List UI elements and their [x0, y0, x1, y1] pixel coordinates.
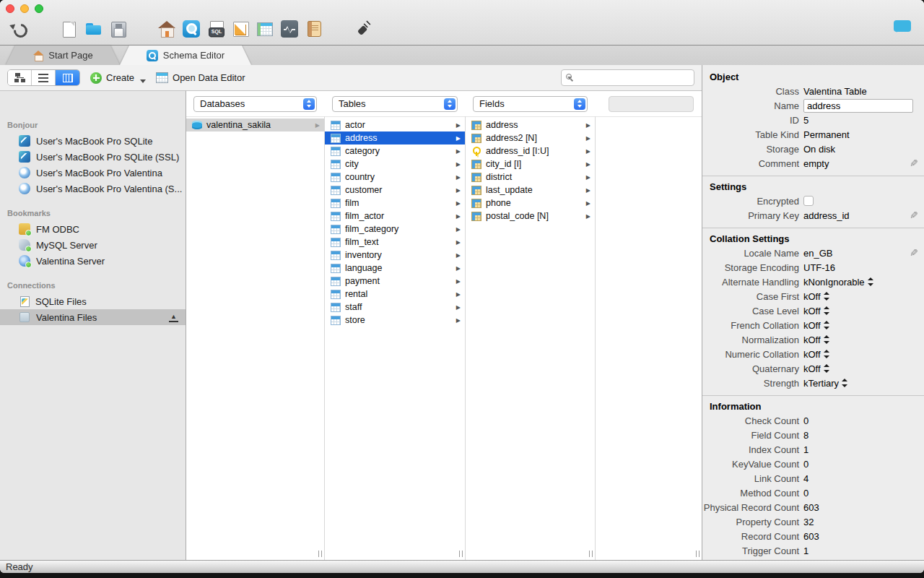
field-row[interactable]: district ▶	[466, 171, 595, 184]
sidebar-item[interactable]: SQLite Files	[0, 293, 186, 309]
close-window-button[interactable]	[6, 4, 14, 13]
sidebar-item[interactable]: FM ODBC	[0, 221, 186, 237]
table-row[interactable]: staff ▶	[325, 301, 465, 314]
sidebar-item[interactable]: MySQL Server	[0, 237, 186, 253]
table-row[interactable]: film_actor ▶	[325, 210, 465, 223]
toolbar-button[interactable]	[32, 18, 56, 40]
table-row[interactable]: address ▶	[325, 131, 465, 144]
property-text: Valentina Table	[803, 86, 867, 97]
encrypted-checkbox[interactable]	[803, 196, 814, 206]
field-row[interactable]: city_id [I] ▶	[466, 158, 595, 171]
stepper-icon[interactable]	[824, 335, 829, 344]
field-row[interactable]: address2 [N] ▶	[466, 131, 595, 144]
toolbar-button[interactable]	[56, 18, 81, 40]
table-row[interactable]: film ▶	[325, 197, 465, 210]
toolbar-button[interactable]	[277, 18, 302, 40]
pencil-icon[interactable]: ✎	[910, 247, 918, 259]
sidebar-item[interactable]: Valentina Server	[0, 253, 186, 269]
stepper-icon[interactable]	[824, 292, 829, 301]
eject-icon[interactable]: ▲	[169, 313, 178, 322]
toolbar-button[interactable]	[81, 18, 105, 40]
table-row[interactable]: store ▶	[325, 314, 465, 327]
table-row[interactable]: film_text ▶	[325, 236, 465, 249]
toolbar-button[interactable]	[326, 18, 351, 40]
chevron-right-icon: ▶	[456, 213, 461, 220]
chevron-right-icon: ▶	[456, 252, 461, 259]
field-row[interactable]: address_id [I:U] ▶	[466, 144, 595, 158]
table-name: rental	[345, 289, 367, 299]
toolbar-button[interactable]	[105, 18, 130, 40]
field-row[interactable]: postal_code [N] ▶	[466, 210, 595, 223]
table-row[interactable]: language ▶	[325, 262, 465, 275]
chat-bubble-icon[interactable]	[894, 20, 911, 32]
minimize-window-button[interactable]	[20, 4, 29, 13]
tree-view-button[interactable]	[8, 70, 32, 85]
chevron-right-icon: ▶	[586, 213, 590, 220]
pencil-icon[interactable]: ✎	[910, 210, 918, 221]
toolbar-button[interactable]	[179, 18, 204, 40]
stepper-icon[interactable]	[824, 306, 829, 315]
fields-filter-select[interactable]: Fields	[473, 96, 588, 112]
property-label: Case Level	[702, 306, 803, 316]
column-resize-grip[interactable]	[696, 551, 699, 557]
tab-start-page[interactable]: Start Page	[6, 46, 120, 65]
sidebar-item[interactable]: User's MacBook Pro SQLite	[0, 133, 186, 149]
property-value: kOff	[803, 363, 905, 374]
create-button[interactable]: Create	[90, 72, 146, 84]
search-field[interactable]	[561, 69, 694, 86]
table-row[interactable]: city ▶	[325, 158, 465, 171]
field-name: postal_code [N]	[486, 211, 549, 221]
table-row[interactable]: film_category ▶	[325, 223, 465, 236]
zoom-window-button[interactable]	[35, 4, 43, 13]
database-row[interactable]: valentina_sakila ▶	[186, 118, 324, 131]
tables-column: actor ▶ address ▶ category ▶	[325, 116, 466, 560]
stepper-icon[interactable]	[824, 350, 829, 358]
property-value: Valentina Table	[803, 86, 905, 97]
toolbar-button[interactable]	[130, 18, 154, 40]
column-resize-grip[interactable]	[318, 551, 322, 557]
toolbar-button[interactable]	[7, 18, 32, 40]
tab-schema-editor[interactable]: Schema Editor	[120, 46, 251, 65]
column-resize-grip[interactable]	[459, 551, 463, 557]
browser-filter-row: Databases Tables Fields	[186, 91, 702, 116]
table-row[interactable]: category ▶	[325, 144, 465, 158]
chevron-right-icon: ▶	[456, 278, 461, 285]
column-resize-grip[interactable]	[589, 551, 593, 557]
table-row[interactable]: customer ▶	[325, 184, 465, 197]
stepper-icon[interactable]	[868, 277, 873, 286]
stepper-icon[interactable]	[842, 379, 847, 387]
pencil-icon[interactable]: ✎	[910, 158, 918, 169]
toolbar-icon	[206, 20, 225, 38]
stepper-icon[interactable]	[824, 321, 829, 329]
sidebar-item[interactable]: User's MacBook Pro Valentina (S...	[0, 181, 186, 197]
table-row[interactable]: inventory ▶	[325, 249, 465, 262]
sidebar-item-label: MySQL Server	[36, 240, 97, 251]
toolbar-button[interactable]	[228, 18, 253, 40]
table-row[interactable]: country ▶	[325, 171, 465, 184]
sidebar-item[interactable]: Valentina Files ▲	[0, 309, 186, 325]
field-row[interactable]: phone ▶	[466, 197, 595, 210]
property-text: kOff	[803, 320, 821, 331]
toolbar-button[interactable]	[154, 18, 179, 40]
sidebar-item[interactable]: User's MacBook Pro Valentina	[0, 165, 186, 181]
open-data-editor-button[interactable]: Open Data Editor	[156, 72, 245, 83]
databases-filter-select[interactable]: Databases	[193, 96, 317, 112]
table-row[interactable]: rental ▶	[325, 288, 465, 301]
field-row[interactable]: address ▶	[466, 118, 595, 131]
search-input[interactable]	[573, 70, 700, 85]
toolbar-button[interactable]	[302, 18, 326, 40]
column-view-button[interactable]	[56, 70, 79, 85]
toolbar-button[interactable]	[204, 18, 228, 40]
sidebar-item[interactable]: User's MacBook Pro SQLite (SSL)	[0, 149, 186, 165]
name-input[interactable]	[803, 99, 913, 113]
list-view-button[interactable]	[32, 70, 56, 85]
toolbar-button[interactable]	[351, 18, 375, 40]
stepper-icon[interactable]	[824, 364, 829, 373]
toolbar-button[interactable]	[253, 18, 277, 40]
field-row[interactable]: last_update ▶	[466, 184, 595, 197]
field-icon	[471, 212, 481, 221]
table-row[interactable]: payment ▶	[325, 275, 465, 288]
sidebar-item-label: User's MacBook Pro Valentina	[36, 168, 162, 178]
table-row[interactable]: actor ▶	[325, 118, 465, 131]
tables-filter-select[interactable]: Tables	[332, 96, 458, 112]
